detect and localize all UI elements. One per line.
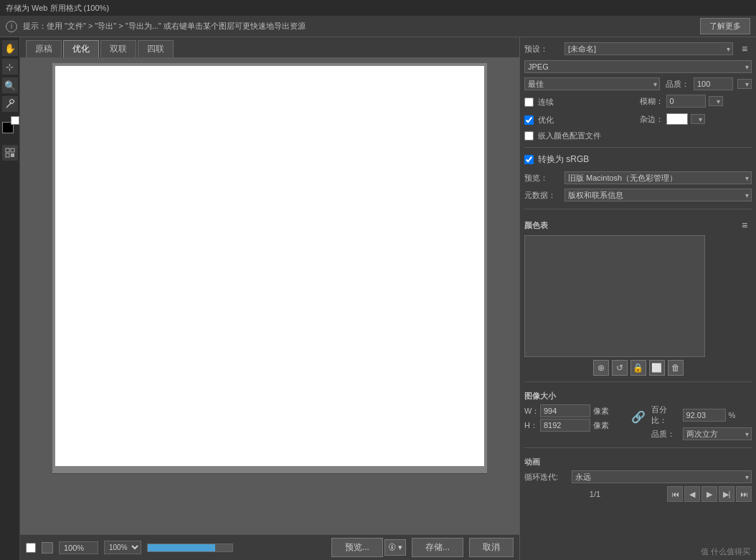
quality2-select[interactable]: 两次立方 临近 双线性 <box>683 427 752 440</box>
quality2-select-wrapper: 两次立方 临近 双线性 <box>683 427 752 440</box>
preview-select-row: 预览： 旧版 Macintosh（无色彩管理） Internet标准（sRGB） <box>524 171 752 184</box>
color-table-menu-button[interactable]: ≡ <box>737 218 752 232</box>
canvas-container <box>20 57 519 534</box>
anim-next-button[interactable]: ▶| <box>719 486 734 502</box>
color-table-section: 颜色表 ≡ ⊕ ↺ 🔒 ⬜ 🗑 <box>524 218 752 376</box>
tabs-bar: 原稿 优化 双联 四联 <box>20 37 519 57</box>
background-color-swatch[interactable] <box>11 116 19 125</box>
zoom-box <box>42 542 53 554</box>
chain-link: 🔗 <box>630 404 647 424</box>
percent-input[interactable] <box>683 409 726 422</box>
ct-delete-button[interactable]: 🗑 <box>668 360 684 376</box>
preset-row: 预设： [未命名] ≡ <box>524 42 752 56</box>
embed-color-row: 嵌入颜色配置文件 <box>524 130 752 141</box>
title-bar: 存储为 Web 所用格式 (100%) <box>0 0 756 16</box>
divider-3 <box>524 381 752 382</box>
format-select-wrapper: JPEG PNG-8 PNG-24 GIF <box>524 60 752 73</box>
learn-more-button[interactable]: 了解更多 <box>700 18 750 34</box>
info-bar: i 提示：使用 "文件" > "导出" > "导出为..." 或右键单击某个图层… <box>0 16 756 37</box>
slice-toggle[interactable] <box>2 145 18 161</box>
ct-add-button[interactable]: ⊕ <box>593 360 609 376</box>
tab-optimize[interactable]: 优化 <box>63 40 99 57</box>
metadata-select[interactable]: 版权和联系信息 无 版权 全部 <box>564 189 752 201</box>
blur-dropdown[interactable] <box>709 96 723 106</box>
zoom-input[interactable] <box>59 541 98 554</box>
quality-num-dropdown[interactable] <box>737 79 752 89</box>
canvas-wrapper <box>52 63 487 473</box>
center-area: 原稿 优化 双联 四联 100% 50% 200% <box>20 37 519 560</box>
blur-input[interactable] <box>666 95 706 108</box>
zoom-tool[interactable]: 🔍 <box>2 77 18 93</box>
zoom-select[interactable]: 100% 50% 200% <box>104 541 141 554</box>
optimize-checkbox-row: 优化 <box>524 113 637 126</box>
title-text: 存储为 Web 所用格式 (100%) <box>6 3 109 14</box>
anim-first-button[interactable]: ⏮ <box>667 486 683 502</box>
loop-row: 循环迭代: 永远 一次 3次 <box>524 470 752 483</box>
main-layout: ✋ ⊹ 🔍 原稿 <box>0 37 756 560</box>
loop-select[interactable]: 永远 一次 3次 <box>572 470 752 483</box>
matte-color-swatch[interactable] <box>666 113 688 125</box>
tab-quad[interactable]: 四联 <box>138 40 174 57</box>
animation-section: 动画 循环迭代: 永远 一次 3次 1/1 ⏮ ◀ ▶ ▶| ⏭ <box>524 457 752 502</box>
metadata-select-wrapper: 版权和联系信息 无 版权 全部 <box>564 189 752 201</box>
left-toolbar: ✋ ⊹ 🔍 <box>0 37 20 560</box>
hand-tool[interactable]: ✋ <box>2 40 18 56</box>
percent-unit: % <box>729 411 736 419</box>
quality2-row: 品质： 两次立方 临近 双线性 <box>651 427 752 440</box>
format-select[interactable]: JPEG PNG-8 PNG-24 GIF <box>524 60 752 73</box>
ct-cycle-button[interactable]: ↺ <box>612 360 628 376</box>
matte-row: 杂边： <box>640 113 752 125</box>
info-text: 提示：使用 "文件" > "导出" > "导出为..." 或右键单击某个图层可更… <box>23 21 694 32</box>
cancel-button[interactable]: 取消 <box>469 538 514 557</box>
metadata-row: 元数据： 版权和联系信息 无 版权 全部 <box>524 189 752 201</box>
width-label: W： <box>524 406 537 417</box>
quality-num-input[interactable] <box>694 77 733 90</box>
ct-lock-button[interactable]: 🔒 <box>630 360 646 376</box>
anim-play-button[interactable]: ▶ <box>701 486 717 502</box>
height-unit: 像素 <box>593 420 618 431</box>
continuous-checkbox[interactable] <box>524 98 534 107</box>
optimize-checkbox[interactable] <box>524 115 534 125</box>
anim-prev-button[interactable]: ◀ <box>684 486 700 502</box>
format-row: JPEG PNG-8 PNG-24 GIF <box>524 60 752 73</box>
quality-row: 最佳 高 中 低 品质： <box>524 77 752 90</box>
preview-select[interactable]: 旧版 Macintosh（无色彩管理） Internet标准（sRGB） <box>564 171 752 184</box>
canvas-bottom-strip <box>52 473 487 495</box>
svg-rect-5 <box>11 153 14 157</box>
canvas-preview <box>55 66 484 466</box>
continuous-label: 连续 <box>538 97 554 108</box>
blur-row: 模糊： <box>640 95 752 108</box>
embed-color-checkbox[interactable] <box>524 131 534 141</box>
svg-rect-4 <box>6 153 9 157</box>
select-tool[interactable]: ⊹ <box>2 59 18 75</box>
info-dropdown-button[interactable]: 🛈 ▾ <box>384 539 406 556</box>
quality-select[interactable]: 最佳 高 中 低 <box>524 77 660 90</box>
animation-title: 动画 <box>524 457 540 466</box>
height-label: H： <box>524 420 537 431</box>
zoom-checkbox[interactable] <box>26 543 36 553</box>
optimize-matte-row: 优化 杂边： <box>524 113 752 126</box>
save-button[interactable]: 存储... <box>412 538 463 557</box>
ct-web-button[interactable]: ⬜ <box>649 360 665 376</box>
color-table-controls: ⊕ ↺ 🔒 ⬜ 🗑 <box>524 360 752 376</box>
convert-srgb-checkbox[interactable] <box>524 155 534 164</box>
preview-button[interactable]: 预览... <box>331 538 383 557</box>
tab-double[interactable]: 双联 <box>100 40 136 57</box>
continuous-checkbox-row: 连续 <box>524 95 637 109</box>
matte-dropdown[interactable] <box>691 114 705 124</box>
brand-watermark: 值 什么值得买 <box>701 546 750 557</box>
anim-last-button[interactable]: ⏭ <box>736 486 752 502</box>
color-table-header: 颜色表 ≡ <box>524 218 752 232</box>
width-input[interactable] <box>540 404 590 417</box>
size-inputs: W： 像素 H： 像素 🔗 百分比： <box>524 404 752 442</box>
preset-menu-button[interactable]: ≡ <box>737 42 752 56</box>
quality-num-select-wrapper <box>737 79 752 89</box>
continuous-blur-row: 连续 模糊： <box>524 95 752 109</box>
eyedropper-tool[interactable] <box>2 96 18 112</box>
height-input[interactable] <box>540 419 590 432</box>
convert-srgb-label: 转换为 sRGB <box>538 153 589 166</box>
tab-original[interactable]: 原稿 <box>26 40 62 57</box>
info-icon-btn: 🛈 <box>388 543 396 551</box>
preset-select[interactable]: [未命名] <box>564 42 733 55</box>
preview-btn-group: 预览... 🛈 ▾ <box>331 538 406 557</box>
